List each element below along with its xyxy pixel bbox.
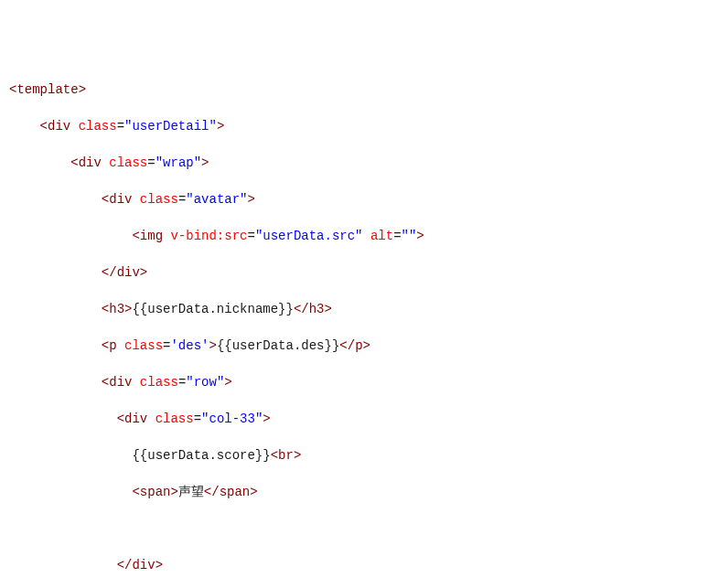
tag-div: div (132, 558, 155, 572)
tag-div: div (109, 375, 132, 390)
bracket: </ (294, 302, 309, 316)
bracket: > (217, 119, 224, 134)
attr-val: "" (402, 229, 417, 243)
tag-div: div (48, 119, 70, 134)
bracket: < (271, 448, 278, 463)
bracket: < (102, 302, 109, 316)
bracket: </ (102, 265, 117, 280)
bracket: > (156, 558, 163, 572)
equals: = (393, 229, 401, 243)
code-line: {{userData.score}}<br> (9, 446, 699, 465)
attr-val: "row" (186, 375, 224, 390)
bracket: > (263, 412, 270, 426)
bracket: </ (339, 338, 355, 353)
code-line: <template> (9, 80, 699, 99)
tag-span: span (140, 485, 171, 499)
tag-div: div (109, 192, 132, 207)
attr-name: class (79, 119, 117, 134)
tag-h3: h3 (309, 302, 325, 316)
blank-line (9, 519, 699, 538)
attr-val: "wrap" (156, 155, 201, 170)
tag-span: span (220, 485, 251, 499)
tag-div: div (79, 155, 102, 170)
code-line: <div class="col-33"> (9, 410, 699, 428)
mustache: {{userData.des}} (217, 338, 339, 353)
tag-div: div (124, 412, 147, 426)
bracket: < (132, 229, 139, 243)
mustache: {{userData.nickname}} (132, 302, 293, 316)
code-line: <img v-bind:src="userData.src" alt=""> (9, 227, 699, 245)
tag-p: p (355, 338, 362, 353)
mustache: {{userData.score}} (132, 448, 270, 463)
bracket: < (40, 119, 48, 134)
tag-br: br (278, 448, 294, 463)
bracket: </ (117, 558, 133, 572)
tag-p: p (109, 338, 116, 353)
bracket: < (117, 412, 124, 426)
attr-name: alt (370, 229, 393, 243)
bracket: > (140, 265, 147, 280)
code-line: <span>声望</span> (9, 483, 699, 501)
bracket: > (79, 82, 86, 97)
equals: = (147, 155, 155, 170)
bracket: < (132, 485, 139, 499)
tag-h3: h3 (109, 302, 124, 316)
bracket: > (416, 229, 424, 243)
bracket: > (209, 338, 216, 353)
bracket: > (170, 485, 177, 499)
bracket: < (70, 155, 78, 170)
bracket: > (325, 302, 332, 316)
attr-name: class (140, 192, 178, 207)
bracket: < (102, 375, 109, 390)
tag-div: div (117, 265, 140, 280)
attr-name: class (124, 338, 163, 353)
code-line: <div class="userDetail"> (9, 117, 699, 135)
bracket: > (224, 375, 231, 390)
code-line: <p class='des'>{{userData.des}}</p> (9, 337, 699, 355)
attr-name: class (109, 155, 147, 170)
code-line: <div class="avatar"> (9, 190, 699, 208)
attr-val: 'des' (170, 338, 209, 353)
bracket: > (294, 448, 301, 463)
bracket: > (250, 485, 257, 499)
text-content: 声望 (178, 485, 204, 499)
bracket: < (102, 338, 109, 353)
equals: = (194, 412, 201, 426)
attr-val: "userDetail" (124, 119, 217, 134)
code-line: </div> (9, 263, 699, 282)
bracket: > (201, 155, 209, 170)
bracket: > (248, 192, 255, 207)
attr-name: v-bind:src (170, 229, 247, 243)
attr-name: class (156, 412, 194, 426)
bracket: </ (204, 485, 220, 499)
bracket: < (102, 192, 109, 207)
tag-img: img (140, 229, 163, 243)
equals: = (117, 119, 124, 134)
attr-name: class (140, 375, 178, 390)
attr-val: "avatar" (186, 192, 247, 207)
code-line: </div> (9, 556, 699, 574)
bracket: > (363, 338, 370, 353)
code-line: <div class="wrap"> (9, 154, 699, 172)
attr-val: "col-33" (201, 412, 263, 426)
tag-template: template (16, 82, 78, 97)
equals: = (247, 229, 254, 243)
code-block: <template> <div class="userDetail"> <div… (9, 80, 699, 588)
code-line: <div class="row"> (9, 373, 699, 391)
code-line: <h3>{{userData.nickname}}</h3> (9, 300, 699, 318)
attr-val: "userData.src" (255, 229, 363, 243)
